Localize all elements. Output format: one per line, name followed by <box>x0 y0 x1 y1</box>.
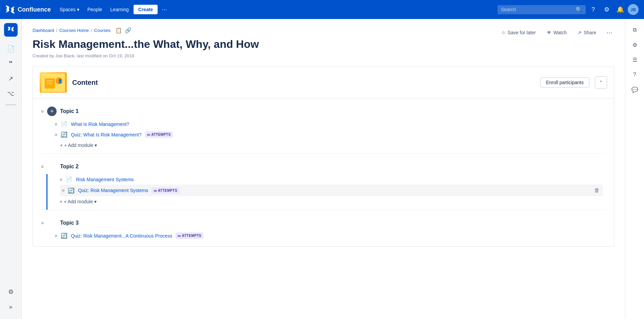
module-link-1-2[interactable]: Quiz: What Is Risk Management? <box>71 132 142 137</box>
drag-handle-topic-2[interactable]: ≡ <box>41 164 44 169</box>
sidebar-bottom: ⚙ » <box>4 285 18 315</box>
comment-icon: 💬 <box>631 87 638 93</box>
drag-handle-module-3-1[interactable]: ≡ <box>55 233 57 239</box>
drag-handle-module-2-2[interactable]: ≡ <box>62 188 64 193</box>
svg-rect-3 <box>46 82 52 82</box>
topic-1-module-2: ≡ 🔄 Quiz: What Is Risk Management? ∞ ATT… <box>55 129 606 140</box>
quote-icon: " <box>9 60 12 68</box>
save-later-button[interactable]: ☆ Save for later <box>499 29 539 37</box>
topic-1-row: ≡ + Topic 1 <box>41 104 606 119</box>
topic-2-border-section: ≡ 📄 Risk Management Systems ≡ 🔄 Quiz: Ri… <box>46 174 606 210</box>
people-nav[interactable]: People <box>84 5 106 14</box>
main-content: Dashboard / Courses Home / Courses 📋 🔗 ☆… <box>22 19 625 319</box>
drag-handle-module-1-2[interactable]: ≡ <box>55 132 57 137</box>
delete-module-button-2-2[interactable]: 🗑 <box>593 186 601 195</box>
notifications-icon-button[interactable]: 🔔 <box>614 3 626 16</box>
drag-handle-topic-3[interactable]: ≡ <box>41 220 44 226</box>
avatar[interactable]: JB <box>628 4 639 15</box>
share-button[interactable]: ↗ Share <box>575 29 599 37</box>
topic-section-3: ≡ Topic 3 ≡ 🔄 Quiz: Risk Management...A … <box>33 210 614 246</box>
drag-handle-module-1-1[interactable]: ≡ <box>55 121 57 127</box>
breadcrumb-row: Dashboard / Courses Home / Courses 📋 🔗 ☆… <box>33 27 614 38</box>
breadcrumb-courses-home[interactable]: Courses Home <box>59 28 89 33</box>
topic-1-title: Topic 1 <box>60 108 79 114</box>
sidebar-settings[interactable]: ⚙ <box>4 285 18 299</box>
breadcrumb-courses[interactable]: Courses <box>94 28 110 33</box>
help-icon-button[interactable]: ? <box>587 3 599 16</box>
right-panel-list[interactable]: ☰ <box>628 53 642 67</box>
chevron-down-icon: ▾ <box>95 143 97 148</box>
page-title: Risk Management...the What, Why, and How <box>33 38 614 51</box>
sidebar-item-documents[interactable]: 📄 <box>4 42 18 56</box>
bell-icon: 🔔 <box>617 6 624 13</box>
collapse-button[interactable]: ⌃ <box>595 76 607 89</box>
breadcrumb-sep-1: / <box>56 28 58 33</box>
sidebar-item-hierarchy[interactable]: ⌥ <box>4 87 18 100</box>
page-icon: 📄 <box>61 121 67 127</box>
breadcrumb-dashboard[interactable]: Dashboard <box>33 28 54 33</box>
create-button[interactable]: Create <box>134 5 158 14</box>
plus-icon: + <box>60 143 63 148</box>
copy-icon: ⧉ <box>633 27 637 33</box>
breadcrumb-actions: 📋 🔗 <box>115 27 132 34</box>
hierarchy-icon: ⌥ <box>7 90 14 97</box>
topic-2-title: Topic 2 <box>60 164 79 170</box>
sidebar-item-quote[interactable]: " <box>4 57 18 71</box>
module-link-1-1[interactable]: What Is Risk Management? <box>71 121 129 127</box>
right-panel-settings[interactable]: ⚙ <box>628 38 642 52</box>
topic-3-module-1: ≡ 🔄 Quiz: Risk Management...A Continuous… <box>55 230 606 241</box>
search-icon: 🔍 <box>576 6 582 13</box>
plus-icon-2: + <box>60 199 62 204</box>
breadcrumb-edit-icon[interactable]: 📋 <box>115 27 122 34</box>
sidebar-expand[interactable]: » <box>4 300 18 314</box>
attempts-badge-2-2: ∞ ATTEMPTS <box>152 187 179 194</box>
quiz-icon: 🔄 <box>61 131 67 138</box>
module-link-2-1[interactable]: Risk Management Systems <box>76 177 134 182</box>
breadcrumb-link-icon[interactable]: 🔗 <box>125 27 132 34</box>
drag-handle-topic-1[interactable]: ≡ <box>41 109 44 114</box>
enroll-participants-button[interactable]: Enroll participants <box>540 77 589 88</box>
add-module-button-1[interactable]: + + Add module ▾ <box>60 143 97 148</box>
attempts-badge-3-1: ∞ ATTEMPTS <box>176 232 203 239</box>
add-module-button-2[interactable]: + + Add module ▾ <box>60 199 97 204</box>
help-icon: ? <box>591 6 595 13</box>
topic-2-module-1: ≡ 📄 Risk Management Systems <box>60 174 606 185</box>
attempts-badge-1-2: ∞ ATTEMPTS <box>145 131 173 138</box>
spaces-menu[interactable]: Spaces ▾ <box>56 5 83 14</box>
topic-section-2-outer: ≡ Topic 2 ≡ 📄 Risk Management Systems ≡ … <box>33 154 614 210</box>
more-nav-button[interactable]: ··· <box>159 5 169 15</box>
learning-nav[interactable]: Learning <box>107 5 132 14</box>
search-input[interactable] <box>501 7 573 12</box>
drag-handle-module-2-1[interactable]: ≡ <box>60 177 62 182</box>
topic-2-header-row: ≡ Topic 2 <box>41 159 606 174</box>
right-panel-copy[interactable]: ⧉ <box>628 23 642 37</box>
settings-icon: ⚙ <box>8 288 14 296</box>
search-box: 🔍 <box>498 5 586 14</box>
topic-2-module-2: ≡ 🔄 Quiz: Risk Management Systems ∞ ATTE… <box>60 185 603 196</box>
chevron-down-icon: ▾ <box>77 7 79 12</box>
content-thumbnail: 👤 <box>40 72 67 93</box>
quiz-icon-3: 🔄 <box>61 232 67 239</box>
sidebar-item-external-link[interactable]: ↗ <box>4 72 18 86</box>
settings-icon-button[interactable]: ⚙ <box>601 3 613 16</box>
expand-icon: » <box>9 303 12 311</box>
sidebar-home-icon[interactable] <box>4 23 18 37</box>
right-panel-help[interactable]: ? <box>628 68 642 81</box>
add-topic-1-button[interactable]: + <box>47 107 57 116</box>
logo-text: Confluence <box>18 6 51 13</box>
help-circle-icon: ? <box>633 72 636 78</box>
topic-3-title: Topic 3 <box>60 220 79 226</box>
eye-icon: 👁 <box>547 30 551 35</box>
page-meta: Created by Joe Black, last modified on O… <box>33 53 614 58</box>
document-icon: 📄 <box>7 45 15 53</box>
watch-button[interactable]: 👁 Watch <box>544 29 569 37</box>
module-link-3-1[interactable]: Quiz: Risk Management...A Continuous Pro… <box>71 233 172 239</box>
module-link-2-2[interactable]: Quiz: Risk Management Systems <box>78 188 148 193</box>
confluence-logo[interactable]: Confluence <box>5 5 51 14</box>
right-panel-comment[interactable]: 💬 <box>628 83 642 96</box>
topic-3-row: ≡ Topic 3 <box>41 215 606 230</box>
star-icon: ☆ <box>501 30 506 35</box>
svg-rect-2 <box>46 80 53 81</box>
gear-icon: ⚙ <box>632 42 637 48</box>
more-actions-button[interactable]: ··· <box>604 27 614 38</box>
